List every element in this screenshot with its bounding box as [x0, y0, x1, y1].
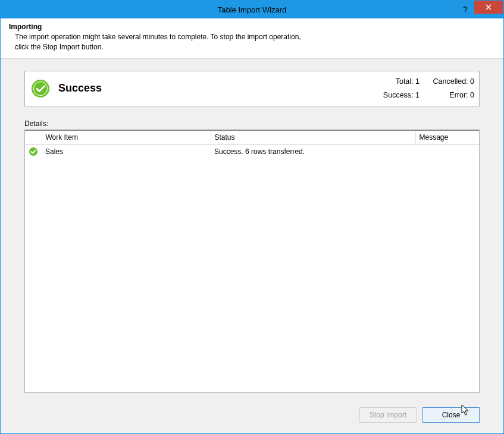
window-title: Table Import Wizard	[1, 5, 503, 14]
close-icon	[486, 4, 492, 10]
details-label: Details:	[24, 119, 480, 128]
close-button[interactable]: Close	[422, 407, 480, 423]
table-header-row: Work Item Status Message	[25, 131, 479, 144]
col-status[interactable]: Status	[211, 131, 415, 144]
help-icon: ?	[463, 5, 468, 14]
dialog-content: Importing The import operation might tak…	[1, 18, 503, 433]
col-icon[interactable]	[25, 131, 42, 144]
header-desc-line1: The import operation might take several …	[15, 33, 301, 41]
col-work-item[interactable]: Work Item	[42, 131, 211, 144]
cell-work-item: Sales	[42, 144, 211, 159]
status-stats: Total: 1 Cancelled: 0 Success: 1 Error: …	[372, 75, 474, 102]
footer: Stop Import Close	[1, 399, 503, 433]
row-success-icon	[29, 147, 38, 156]
stat-error: Error: 0	[427, 89, 474, 102]
dialog-window: Table Import Wizard ? Importing The impo…	[0, 0, 504, 434]
body-section: Success Total: 1 Cancelled: 0 Success: 1…	[1, 59, 503, 399]
status-label: Success	[58, 82, 102, 95]
stat-success: Success: 1	[372, 89, 420, 102]
cell-message	[415, 144, 479, 159]
stat-total: Total: 1	[372, 75, 420, 89]
header-section: Importing The import operation might tak…	[1, 18, 503, 59]
titlebar: Table Import Wizard ?	[1, 1, 503, 18]
success-icon	[31, 79, 50, 98]
status-panel: Success Total: 1 Cancelled: 0 Success: 1…	[24, 71, 480, 106]
stat-cancelled: Cancelled: 0	[427, 75, 474, 89]
close-window-button[interactable]	[474, 1, 503, 14]
header-title: Importing	[9, 23, 495, 31]
cell-status: Success. 6 rows transferred.	[211, 144, 415, 159]
stop-import-button: Stop Import	[359, 407, 417, 423]
help-button[interactable]: ?	[456, 1, 474, 18]
header-description: The import operation might take several …	[9, 32, 495, 52]
header-desc-line2: click the Stop Import button.	[15, 43, 104, 51]
table-row[interactable]: Sales Success. 6 rows transferred.	[25, 144, 479, 159]
svg-point-5	[29, 147, 37, 156]
titlebar-buttons: ?	[456, 1, 503, 18]
details-table: Work Item Status Message	[24, 130, 480, 393]
col-message[interactable]: Message	[415, 131, 479, 144]
svg-point-4	[34, 82, 47, 95]
